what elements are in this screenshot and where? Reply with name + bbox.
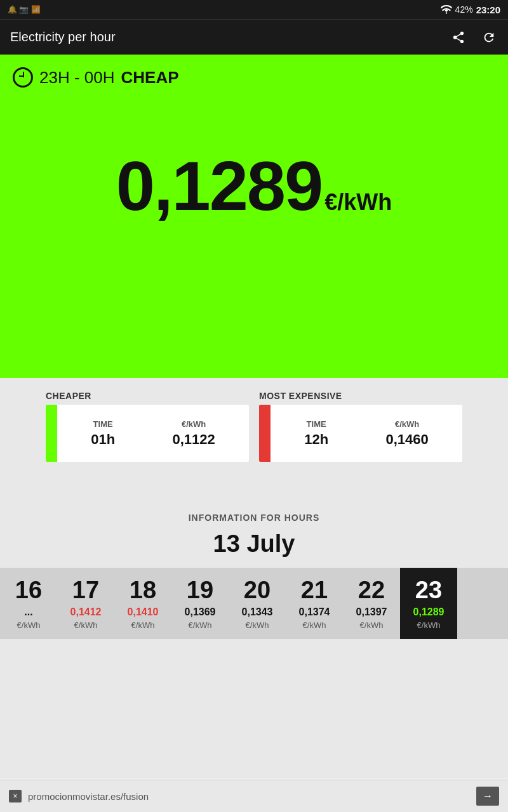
hour-item-22[interactable]: 220,1397€/kWh — [343, 568, 400, 639]
hour-item-23[interactable]: 230,1289€/kWh — [400, 568, 457, 639]
hour-unit: €/kWh — [189, 620, 212, 630]
ad-arrow-button[interactable]: → — [476, 787, 499, 806]
hour-unit: €/kWh — [74, 620, 98, 630]
clock-icon — [13, 67, 33, 88]
expensive-price-label: €/kWh — [395, 419, 419, 429]
cheaper-time-col: TIME 01h — [91, 419, 115, 448]
expensive-time-col: TIME 12h — [304, 419, 328, 448]
date-label: 13 July — [0, 530, 508, 558]
cheaper-card-body: TIME 01h €/kWh 0,1122 — [46, 405, 249, 462]
hour-number: 17 — [72, 577, 99, 604]
hour-price: 0,1412 — [70, 606, 102, 618]
hour-item-17[interactable]: 170,1412€/kWh — [57, 568, 114, 639]
refresh-button[interactable] — [480, 29, 498, 46]
hour-unit: €/kWh — [17, 620, 41, 630]
cheaper-price-label: €/kWh — [182, 419, 206, 429]
price-unit: €/kWh — [324, 189, 392, 216]
expensive-time-value: 12h — [304, 431, 328, 448]
current-time-badge: 23H - 00H CHEAP — [13, 67, 495, 88]
hour-item-21[interactable]: 210,1374€/kWh — [286, 568, 343, 639]
expensive-card: MOST EXPENSIVE TIME 12h €/kWh 0,1460 — [259, 391, 462, 462]
expensive-label: MOST EXPENSIVE — [259, 391, 462, 401]
cheaper-label: CHEAPER — [46, 391, 249, 401]
app-title: Electricity per hour — [10, 30, 450, 44]
price-value: 0,1289 — [116, 151, 322, 221]
expensive-time-label: TIME — [307, 419, 326, 429]
app-bar-actions — [450, 29, 498, 46]
hour-unit: €/kWh — [417, 620, 441, 630]
hour-number: 21 — [301, 577, 328, 604]
expensive-card-body: TIME 12h €/kWh 0,1460 — [259, 405, 462, 462]
hour-item-18[interactable]: 180,1410€/kWh — [114, 568, 171, 639]
cards-section: CHEAPER TIME 01h €/kWh 0,1122 MOST EXPEN… — [0, 378, 508, 475]
hour-price: 0,1374 — [299, 606, 330, 618]
hero-section: 23H - 00H CHEAP 0,1289 €/kWh — [0, 55, 508, 378]
hour-number: 20 — [244, 577, 271, 604]
expensive-data: TIME 12h €/kWh 0,1460 — [271, 405, 462, 462]
wifi-icon — [441, 5, 452, 14]
hour-unit: €/kWh — [303, 620, 326, 630]
cheaper-card: CHEAPER TIME 01h €/kWh 0,1122 — [46, 391, 249, 462]
hour-number: 23 — [415, 577, 442, 604]
info-label: INFORMATION FOR HOURS — [0, 513, 508, 523]
app-bar: Electricity per hour — [0, 19, 508, 55]
hour-item-20[interactable]: 200,1343€/kWh — [229, 568, 286, 639]
hour-number: 16 — [15, 577, 42, 604]
expensive-color-bar — [259, 405, 271, 462]
battery-level: 42% — [455, 4, 473, 15]
cheaper-price-value: 0,1122 — [173, 431, 215, 448]
ad-banner: × promocionmovistar.es/fusion → — [0, 780, 508, 812]
hours-section: INFORMATION FOR HOURS 13 July 16...€/kWh… — [0, 475, 508, 652]
hour-price: 0,1369 — [185, 606, 216, 618]
time-range: 23H - 00H — [39, 68, 115, 88]
ad-close-button[interactable]: × — [9, 790, 22, 802]
cheaper-data: TIME 01h €/kWh 0,1122 — [57, 405, 249, 462]
notification-icons: 🔔 📷 📶 — [8, 5, 41, 14]
bottom-spacer — [0, 652, 508, 778]
hour-unit: €/kWh — [131, 620, 155, 630]
status-bar: 🔔 📷 📶 42% 23:20 — [0, 0, 508, 19]
hour-number: 19 — [187, 577, 213, 604]
expensive-price-value: 0,1460 — [386, 431, 429, 448]
hour-item-16[interactable]: 16...€/kWh — [0, 568, 57, 639]
status-label: CHEAP — [121, 68, 179, 88]
ad-url: promocionmovistar.es/fusion — [28, 791, 470, 802]
share-button[interactable] — [450, 29, 467, 46]
clock-time: 23:20 — [476, 4, 500, 15]
expensive-price-col: €/kWh 0,1460 — [386, 419, 429, 448]
hour-number: 22 — [358, 577, 385, 604]
status-icons: 42% 23:20 — [441, 4, 500, 15]
hour-price: 0,1289 — [413, 606, 444, 618]
hours-scroll[interactable]: 16...€/kWh170,1412€/kWh180,1410€/kWh190,… — [0, 568, 508, 639]
hour-unit: €/kWh — [246, 620, 269, 630]
hour-unit: €/kWh — [360, 620, 384, 630]
hour-price: 0,1397 — [356, 606, 387, 618]
cheaper-time-label: TIME — [93, 419, 113, 429]
hour-price: 0,1343 — [242, 606, 273, 618]
hour-item-19[interactable]: 190,1369€/kWh — [171, 568, 229, 639]
hour-price: 0,1410 — [128, 606, 159, 618]
status-bar-left: 🔔 📷 📶 — [8, 5, 434, 14]
hour-number: 18 — [130, 577, 156, 604]
hour-price: ... — [24, 606, 32, 618]
main-price-display: 0,1289 €/kWh — [13, 151, 495, 221]
cheaper-price-col: €/kWh 0,1122 — [173, 419, 215, 448]
cheaper-color-bar — [46, 405, 57, 462]
cheaper-time-value: 01h — [91, 431, 115, 448]
